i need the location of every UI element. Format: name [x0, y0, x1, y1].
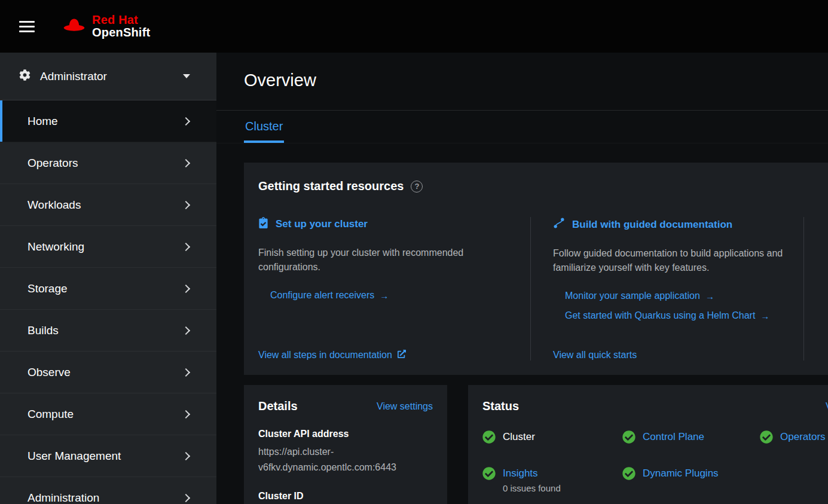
main-content: Overview Cluster Getting started resourc… [216, 53, 828, 504]
tab-bar: Cluster [216, 110, 828, 143]
chevron-right-icon [182, 493, 190, 502]
link-label: Configure alert receivers [270, 290, 374, 301]
chevron-right-icon [182, 284, 190, 292]
guided-documentation-links: Monitor your sample application → Get st… [553, 291, 789, 321]
brand-line1: Red Hat [92, 14, 150, 26]
chevron-right-icon [182, 326, 190, 334]
check-circle-icon [622, 430, 635, 444]
configure-alert-receivers-link[interactable]: Configure alert receivers → [270, 290, 512, 301]
sidebar-item-administration[interactable]: Administration [0, 477, 216, 504]
sidebar-nav: Administrator Home Operators Workloads N… [0, 53, 216, 504]
details-card: Details View settings Cluster API addres… [244, 385, 447, 504]
status-label-cluster: Cluster [503, 430, 535, 444]
page-title: Overview [244, 71, 828, 90]
view-settings-link[interactable]: View settings [377, 401, 433, 412]
clipboard-check-icon [258, 217, 268, 231]
status-grid: Cluster Control Plane Operators Insights [482, 430, 828, 493]
clipped-column [804, 217, 828, 361]
insights-issues-count: 0 issues found [503, 483, 561, 493]
nav-label: Networking [28, 240, 84, 253]
gear-icon [19, 69, 30, 83]
check-circle-icon [622, 467, 635, 480]
chevron-right-icon [182, 117, 190, 125]
view-alerts-link[interactable]: View alerts [826, 401, 828, 412]
overview-cards-row: Details View settings Cluster API addres… [244, 385, 828, 504]
nav-label: Builds [28, 324, 59, 337]
cluster-id-label: Cluster ID [258, 491, 433, 502]
sidebar-item-networking[interactable]: Networking [0, 226, 216, 268]
brand-logo[interactable]: Red Hat OpenShift [62, 14, 150, 39]
status-item-control-plane: Control Plane [622, 430, 760, 444]
status-link-operators[interactable]: Operators [780, 430, 826, 444]
sidebar-item-home[interactable]: Home [0, 100, 216, 142]
cluster-api-address-label: Cluster API address [258, 429, 433, 439]
chevron-right-icon [182, 368, 190, 376]
check-circle-icon [482, 430, 496, 444]
status-item-insights: Insights 0 issues found [482, 466, 622, 493]
status-link-dynamic-plugins[interactable]: Dynamic Plugins [643, 466, 719, 481]
view-all-quick-starts-link[interactable]: View all quick starts [553, 350, 789, 361]
monitor-sample-application-link[interactable]: Monitor your sample application → [565, 291, 789, 301]
guided-documentation-link[interactable]: Build with guided documentation [553, 217, 789, 232]
cluster-api-address-value: https://api.cluster-v6fkv.dynamic.opentl… [258, 444, 433, 475]
getting-started-title: Getting started resources [258, 179, 404, 193]
check-circle-icon [482, 467, 496, 480]
nav-label: Administration [28, 491, 99, 504]
menu-toggle-icon[interactable] [19, 21, 35, 32]
chevron-right-icon [182, 242, 190, 251]
arrow-right-icon: → [380, 291, 389, 300]
sidebar-item-compute[interactable]: Compute [0, 393, 216, 435]
arrow-right-icon: → [705, 292, 714, 301]
caret-down-icon [183, 74, 190, 78]
sidebar-item-operators[interactable]: Operators [0, 142, 216, 184]
check-circle-icon [760, 430, 773, 444]
nav-label: Compute [28, 408, 74, 421]
sidebar-item-builds[interactable]: Builds [0, 310, 216, 352]
link-label: Monitor your sample application [565, 291, 700, 301]
route-icon [553, 217, 565, 232]
setup-cluster-link[interactable]: Set up your cluster [258, 217, 512, 231]
setup-cluster-label: Set up your cluster [276, 218, 368, 230]
chevron-right-icon [182, 451, 190, 460]
help-icon[interactable]: ? [411, 181, 423, 193]
getting-started-columns: Set up your cluster Finish setting up yo… [258, 217, 828, 361]
sidebar-item-storage[interactable]: Storage [0, 268, 216, 310]
status-link-insights[interactable]: Insights [503, 466, 561, 481]
details-header: Details View settings [258, 399, 433, 413]
quarkus-helm-chart-link[interactable]: Get started with Quarkus using a Helm Ch… [565, 310, 789, 321]
status-item-dynamic-plugins: Dynamic Plugins [622, 466, 760, 493]
chevron-right-icon [182, 158, 190, 167]
sidebar-item-workloads[interactable]: Workloads [0, 184, 216, 226]
status-link-control-plane[interactable]: Control Plane [643, 430, 704, 444]
guided-documentation-column: Build with guided documentation Follow g… [531, 217, 803, 361]
link-label: Get started with Quarkus using a Helm Ch… [565, 310, 755, 321]
red-hat-fedora-icon [62, 17, 87, 36]
nav-label: Observe [28, 366, 71, 379]
tab-cluster[interactable]: Cluster [244, 111, 284, 143]
arrow-right-icon: → [760, 311, 769, 320]
brand-line2: OpenShift [92, 26, 150, 39]
nav-label: Workloads [28, 198, 81, 212]
link-label: View all quick starts [553, 350, 637, 361]
perspective-switcher[interactable]: Administrator [0, 53, 216, 100]
setup-cluster-description: Finish setting up your cluster with reco… [258, 246, 512, 274]
sidebar-item-observe[interactable]: Observe [0, 352, 216, 393]
status-item-cluster: Cluster [482, 430, 622, 444]
status-item-operators: Operators [760, 430, 828, 444]
perspective-label: Administrator [40, 70, 107, 83]
nav-label: Operators [28, 157, 78, 170]
chevron-right-icon [182, 410, 190, 418]
chevron-right-icon [182, 200, 190, 209]
masthead: Red Hat OpenShift [0, 0, 828, 53]
getting-started-header: Getting started resources ? [258, 179, 828, 193]
nav-label: Home [28, 115, 58, 128]
nav-label: User Management [28, 450, 121, 463]
sidebar-item-user-management[interactable]: User Management [0, 435, 216, 477]
view-all-steps-link[interactable]: View all steps in documentation [258, 350, 512, 361]
nav-label: Storage [28, 282, 68, 295]
setup-cluster-column: Set up your cluster Finish setting up yo… [258, 217, 530, 361]
overview-content: Getting started resources ? Set up your … [216, 143, 828, 504]
status-title: Status [482, 399, 519, 413]
getting-started-card: Getting started resources ? Set up your … [244, 163, 828, 375]
link-label: View all steps in documentation [258, 350, 392, 361]
